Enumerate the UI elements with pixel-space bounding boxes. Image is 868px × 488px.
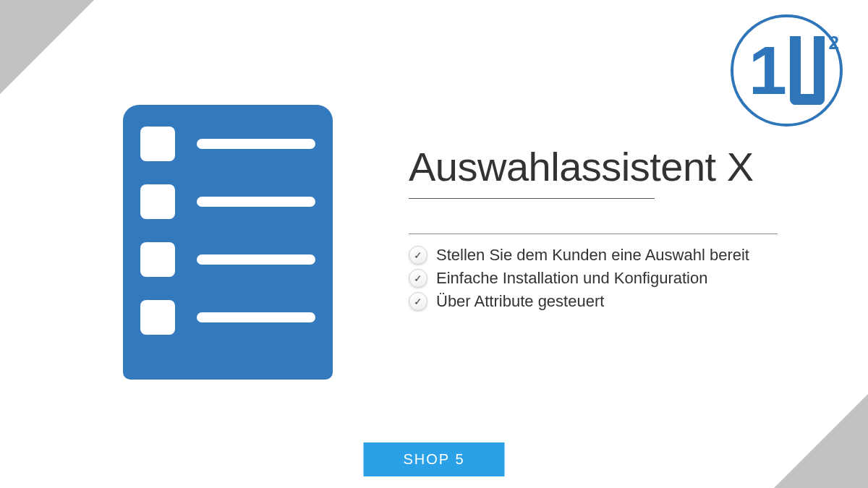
checklist-body: [123, 105, 333, 380]
check-icon: ✓: [409, 292, 427, 311]
checklist-box-icon: [140, 242, 175, 277]
checklist-line-icon: [197, 254, 315, 265]
checklist-row: [140, 242, 315, 277]
check-icon: ✓: [409, 246, 427, 265]
feature-text: Über Attribute gesteuert: [436, 292, 604, 311]
checklist-icon: [123, 105, 333, 380]
checklist-row: [140, 184, 315, 219]
feature-list: ✓ Stellen Sie dem Kunden eine Auswahl be…: [409, 246, 839, 311]
feature-text: Einfache Installation und Konfiguration: [436, 269, 707, 288]
corner-decoration-top-left: [0, 0, 94, 94]
logo-digit-0-wrap: 2: [790, 36, 825, 105]
corner-decoration-bottom-right: [774, 394, 868, 488]
content-area: Auswahlassistent X ✓ Stellen Sie dem Kun…: [409, 145, 839, 311]
checklist-line-icon: [197, 312, 315, 322]
title-underline: [409, 198, 655, 199]
logo-inner: 1 2: [749, 36, 825, 105]
feature-text: Stellen Sie dem Kunden eine Auswahl bere…: [436, 246, 749, 265]
feature-item: ✓ Über Attribute gesteuert: [409, 292, 839, 311]
checklist-row: [140, 127, 315, 161]
checklist-box-icon: [140, 184, 175, 219]
logo-exponent: 2: [828, 32, 838, 54]
brand-logo: 1 2: [731, 14, 843, 127]
product-title: Auswahlassistent X: [409, 145, 839, 198]
logo-digit-1: 1: [749, 36, 787, 105]
checklist-line-icon: [197, 139, 315, 149]
logo-digit-0: [790, 36, 825, 105]
divider-line: [409, 234, 778, 234]
checklist-row: [140, 300, 315, 335]
checklist-line-icon: [197, 197, 315, 207]
shop-button[interactable]: SHOP 5: [364, 442, 505, 476]
feature-item: ✓ Einfache Installation und Konfiguratio…: [409, 269, 839, 288]
feature-item: ✓ Stellen Sie dem Kunden eine Auswahl be…: [409, 246, 839, 265]
checklist-box-icon: [140, 300, 175, 335]
check-icon: ✓: [409, 269, 427, 288]
checklist-box-icon: [140, 127, 175, 161]
